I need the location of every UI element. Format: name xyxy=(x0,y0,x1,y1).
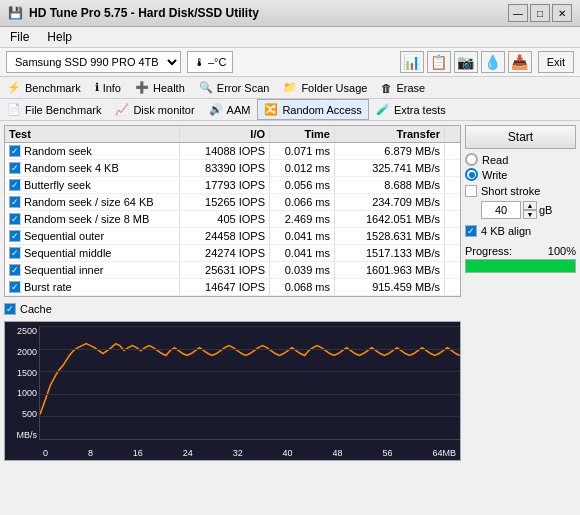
spin-input: ▲ ▼ gB xyxy=(481,201,576,219)
tab-extra-tests[interactable]: 🧪 Extra tests xyxy=(369,99,453,120)
cache-checkbox[interactable]: ✓ xyxy=(4,303,16,315)
table-row: ✓ Sequential middle 24274 IOPS 0.041 ms … xyxy=(5,245,460,262)
short-stroke-item[interactable]: Short stroke xyxy=(465,185,576,197)
tab-erase[interactable]: 🗑 Erase xyxy=(374,77,432,98)
window-title: HD Tune Pro 5.75 - Hard Disk/SSD Utility xyxy=(29,6,259,20)
row-time-0: 0.071 ms xyxy=(270,143,335,159)
menu-help[interactable]: Help xyxy=(43,29,76,45)
row-time-6: 0.041 ms xyxy=(270,245,335,261)
row-name-0: ✓ Random seek xyxy=(5,143,180,159)
tab-benchmark[interactable]: ⚡ Benchmark xyxy=(0,77,88,98)
row-name-2: ✓ Butterfly seek xyxy=(5,177,180,193)
row-checkbox-3[interactable]: ✓ xyxy=(9,196,21,208)
row-name-7: ✓ Sequential inner xyxy=(5,262,180,278)
benchmark-icon-btn[interactable]: 📊 xyxy=(400,51,424,73)
col-transfer: Transfer xyxy=(335,126,445,142)
align-4kb-checkbox[interactable]: ✓ xyxy=(465,225,477,237)
menu-file[interactable]: File xyxy=(6,29,33,45)
row-name-3: ✓ Random seek / size 64 KB xyxy=(5,194,180,210)
row-io-5: 24458 IOPS xyxy=(180,228,270,244)
random-access-icon: 🔀 xyxy=(264,103,278,116)
file-benchmark-icon: 📄 xyxy=(7,103,21,116)
spin-up-button[interactable]: ▲ xyxy=(523,201,537,210)
row-checkbox-2[interactable]: ✓ xyxy=(9,179,21,191)
tab-folder-usage[interactable]: 📁 Folder Usage xyxy=(276,77,374,98)
tab-error-scan[interactable]: 🔍 Error Scan xyxy=(192,77,277,98)
chart-area: 2500 2000 1500 1000 500 MB/s xyxy=(4,321,461,461)
row-io-4: 405 IOPS xyxy=(180,211,270,227)
write-radio-dot xyxy=(469,172,475,178)
error-scan-tab-icon: 🔍 xyxy=(199,81,213,94)
row-transfer-7: 1601.963 MB/s xyxy=(335,262,445,278)
maximize-button[interactable]: □ xyxy=(530,4,550,22)
tab-disk-monitor[interactable]: 📈 Disk monitor xyxy=(108,99,201,120)
row-checkbox-0[interactable]: ✓ xyxy=(9,145,21,157)
row-checkbox-6[interactable]: ✓ xyxy=(9,247,21,259)
spin-down-button[interactable]: ▼ xyxy=(523,210,537,219)
chart-inner xyxy=(39,326,460,440)
progress-percent: 100% xyxy=(548,245,576,257)
row-time-2: 0.056 ms xyxy=(270,177,335,193)
download-icon-btn[interactable]: 📥 xyxy=(508,51,532,73)
table-row: ✓ Burst rate 14647 IOPS 0.068 ms 915.459… xyxy=(5,279,460,296)
tab-health[interactable]: ➕ Health xyxy=(128,77,192,98)
spin-value-input[interactable] xyxy=(481,201,521,219)
progress-label-row: Progress: 100% xyxy=(465,245,576,257)
row-checkbox-8[interactable]: ✓ xyxy=(9,281,21,293)
row-io-7: 25631 IOPS xyxy=(180,262,270,278)
exit-button[interactable]: Exit xyxy=(538,51,574,73)
write-label: Write xyxy=(482,169,507,181)
row-checkbox-1[interactable]: ✓ xyxy=(9,162,21,174)
tab-info[interactable]: ℹ Info xyxy=(88,77,128,98)
radio-write[interactable]: Write xyxy=(465,168,576,181)
benchmark-tab-icon: ⚡ xyxy=(7,81,21,94)
extra-tests-icon: 🧪 xyxy=(376,103,390,116)
info-icon-btn[interactable]: 📋 xyxy=(427,51,451,73)
camera-icon-btn[interactable]: 📷 xyxy=(454,51,478,73)
row-io-0: 14088 IOPS xyxy=(180,143,270,159)
row-time-5: 0.041 ms xyxy=(270,228,335,244)
align-4kb-item[interactable]: ✓ 4 KB align xyxy=(465,225,576,237)
device-selector[interactable]: Samsung SSD 990 PRO 4TB (4000 gB) xyxy=(6,51,181,73)
table-body: ✓ Random seek 14088 IOPS 0.071 ms 6.879 … xyxy=(5,143,460,296)
row-transfer-0: 6.879 MB/s xyxy=(335,143,445,159)
app-icon: 💾 xyxy=(8,6,23,20)
tab-aam[interactable]: 🔊 AAM xyxy=(202,99,258,120)
table-row: ✓ Random seek / size 8 MB 405 IOPS 2.469… xyxy=(5,211,460,228)
row-io-2: 17793 IOPS xyxy=(180,177,270,193)
title-bar: 💾 HD Tune Pro 5.75 - Hard Disk/SSD Utili… xyxy=(0,0,580,27)
tab-random-access[interactable]: 🔀 Random Access xyxy=(257,99,368,120)
radio-read[interactable]: Read xyxy=(465,153,576,166)
row-checkbox-7[interactable]: ✓ xyxy=(9,264,21,276)
tab-file-benchmark[interactable]: 📄 File Benchmark xyxy=(0,99,108,120)
read-radio-circle[interactable] xyxy=(465,153,478,166)
table-row: ✓ Sequential inner 25631 IOPS 0.039 ms 1… xyxy=(5,262,460,279)
health-tab-icon: ➕ xyxy=(135,81,149,94)
chart-y-labels: 2500 2000 1500 1000 500 MB/s xyxy=(5,326,39,440)
write-radio-circle[interactable] xyxy=(465,168,478,181)
row-name-8: ✓ Burst rate xyxy=(5,279,180,295)
refresh-icon-btn[interactable]: 💧 xyxy=(481,51,505,73)
toolbar: Samsung SSD 990 PRO 4TB (4000 gB) 🌡 –°C … xyxy=(0,48,580,77)
temperature-button[interactable]: 🌡 –°C xyxy=(187,51,233,73)
start-button[interactable]: Start xyxy=(465,125,576,149)
cache-label: Cache xyxy=(20,303,52,315)
info-tab-icon: ℹ xyxy=(95,81,99,94)
close-button[interactable]: ✕ xyxy=(552,4,572,22)
progress-bar-outer xyxy=(465,259,576,273)
disk-monitor-icon: 📈 xyxy=(115,103,129,116)
short-stroke-checkbox[interactable] xyxy=(465,185,477,197)
table-header: Test I/O Time Transfer xyxy=(5,126,460,143)
align-4kb-label: 4 KB align xyxy=(481,225,531,237)
row-io-6: 24274 IOPS xyxy=(180,245,270,261)
table-row: ✓ Random seek 14088 IOPS 0.071 ms 6.879 … xyxy=(5,143,460,160)
chart-x-labels: 0 8 16 24 32 40 48 56 64MB xyxy=(39,448,460,458)
left-panel: Test I/O Time Transfer ✓ Random seek 140… xyxy=(4,125,461,461)
menu-bar: File Help xyxy=(0,27,580,48)
row-checkbox-5[interactable]: ✓ xyxy=(9,230,21,242)
radio-group: Read Write xyxy=(465,153,576,181)
row-time-1: 0.012 ms xyxy=(270,160,335,176)
row-checkbox-4[interactable]: ✓ xyxy=(9,213,21,225)
row-time-4: 2.469 ms xyxy=(270,211,335,227)
minimize-button[interactable]: — xyxy=(508,4,528,22)
